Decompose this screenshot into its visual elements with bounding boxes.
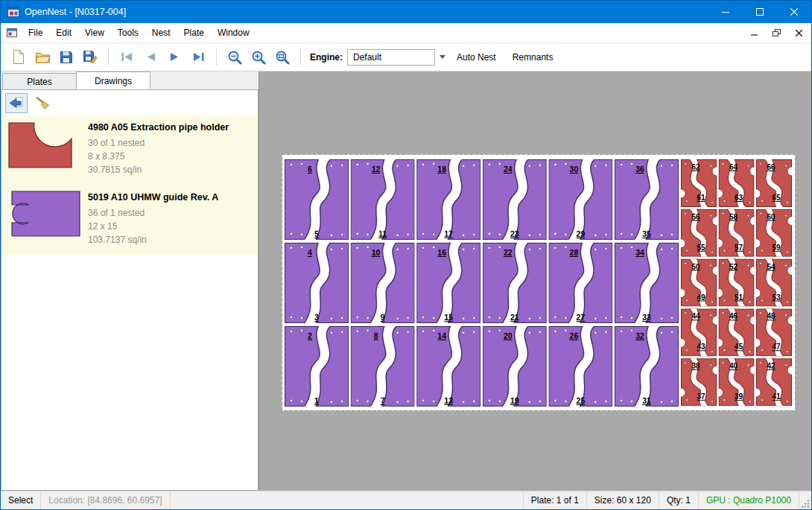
nested-part-pair-purple[interactable]: 2827	[549, 240, 612, 326]
nested-part-pair-red[interactable]: 4847	[752, 306, 796, 358]
nested-part-pair-red[interactable]: 4645	[714, 306, 759, 358]
maximize-button[interactable]	[743, 1, 777, 23]
nested-part-pair-red[interactable]: 4241	[752, 356, 796, 408]
open-folder-icon	[35, 51, 51, 64]
nest-plate[interactable]: 6512111817242330293635431091615222128273…	[282, 154, 796, 411]
svg-text:22: 22	[504, 248, 513, 257]
svg-text:38: 38	[691, 362, 700, 370]
drawing-title: 5019 A10 UHMW guide Rev. A	[88, 192, 218, 203]
svg-text:6: 6	[308, 165, 312, 173]
close-button[interactable]	[777, 1, 811, 23]
first-plate-button[interactable]	[115, 46, 139, 68]
nested-part-pair-red[interactable]: 5251	[714, 257, 759, 309]
svg-text:9: 9	[381, 313, 385, 322]
nested-part-pair-purple[interactable]: 1615	[417, 240, 480, 326]
svg-text:40: 40	[729, 362, 738, 370]
auto-nest-button[interactable]: Auto Nest	[448, 46, 504, 68]
nested-part-pair-red[interactable]: 6261	[676, 157, 721, 209]
part-thumbnail	[7, 121, 83, 176]
mdi-restore-button[interactable]	[768, 26, 784, 39]
svg-text:57: 57	[735, 243, 743, 252]
nested-part-pair-red[interactable]: 5655	[676, 207, 721, 259]
nested-part-pair-purple[interactable]: 3231	[615, 323, 679, 409]
svg-text:53: 53	[772, 293, 781, 302]
mdi-window-controls	[746, 26, 811, 39]
resize-grip[interactable]	[799, 491, 811, 509]
last-plate-button[interactable]	[186, 46, 210, 68]
zoom-fit-button[interactable]	[270, 46, 294, 68]
nested-part-pair-red[interactable]: 5857	[714, 207, 759, 259]
nested-part-pair-purple[interactable]: 65	[285, 156, 349, 243]
nested-part-pair-purple[interactable]: 2221	[483, 240, 546, 326]
nested-part-pair-purple[interactable]: 3433	[615, 240, 679, 326]
nested-part-pair-red[interactable]: 3837	[676, 356, 721, 408]
nest-canvas[interactable]: 6512111817242330293635431091615222128273…	[258, 71, 811, 491]
tab-plates[interactable]: Plates	[2, 73, 77, 89]
nested-part-pair-purple[interactable]: 3635	[615, 156, 679, 243]
status-spacer	[171, 491, 524, 509]
send-to-plate-button[interactable]	[5, 93, 28, 113]
nested-part-pair-purple[interactable]: 3029	[549, 156, 612, 243]
menu-nest[interactable]: Nest	[145, 23, 177, 42]
menu-plate[interactable]: Plate	[177, 23, 211, 42]
status-mode: Select	[1, 491, 41, 509]
engine-select[interactable]: Default	[347, 49, 435, 66]
nested-part-pair-red[interactable]: 6665	[752, 157, 796, 209]
menu-edit[interactable]: Edit	[49, 23, 78, 42]
drawing-list-item[interactable]: 4980 A05 Extraction pipe holder 30 of 1 …	[1, 115, 258, 185]
zoom-out-button[interactable]	[223, 46, 247, 68]
main-toolbar: Engine: Default Auto Nest Remnants	[1, 43, 811, 71]
save-as-button[interactable]	[78, 46, 102, 68]
nested-part-pair-purple[interactable]: 1817	[417, 156, 480, 243]
part-thumbnail	[7, 191, 83, 246]
save-button[interactable]	[54, 46, 78, 68]
nested-part-pair-purple[interactable]: 109	[351, 240, 414, 326]
nested-part-pair-purple[interactable]: 2019	[483, 323, 546, 409]
nested-part-pair-purple[interactable]: 87	[351, 323, 414, 409]
drawings-panel: 4980 A05 Extraction pipe holder 30 of 1 …	[1, 89, 258, 491]
nested-part-pair-purple[interactable]: 1413	[417, 323, 480, 409]
maximize-icon	[756, 8, 764, 16]
drawing-list-item[interactable]: 5019 A10 UHMW guide Rev. A 36 of 1 neste…	[1, 185, 258, 255]
svg-text:35: 35	[642, 229, 651, 238]
nested-part-pair-red[interactable]: 5453	[752, 257, 796, 309]
svg-text:64: 64	[729, 163, 738, 171]
nested-part-pair-purple[interactable]: 21	[285, 323, 349, 409]
minimize-button[interactable]	[708, 1, 743, 23]
open-button[interactable]	[31, 46, 54, 68]
zoom-in-button[interactable]	[247, 46, 270, 68]
nested-part-pair-purple[interactable]: 1211	[351, 156, 414, 243]
nested-part-pair-purple[interactable]: 43	[285, 240, 349, 326]
document-window-icon[interactable]	[7, 28, 17, 37]
tab-drawings[interactable]: Drawings	[76, 71, 150, 89]
status-size: Size: 60 x 120	[587, 491, 659, 509]
nested-part-pair-red[interactable]: 4443	[676, 306, 721, 358]
nested-part-pair-red[interactable]: 5049	[676, 257, 721, 309]
mdi-minimize-button[interactable]	[746, 26, 762, 39]
nested-part-pair-purple[interactable]: 2625	[549, 323, 612, 409]
svg-text:47: 47	[772, 342, 781, 351]
remnants-button[interactable]: Remnants	[504, 46, 562, 68]
menu-window[interactable]: Window	[211, 23, 256, 42]
svg-text:59: 59	[772, 243, 781, 252]
svg-text:56: 56	[691, 213, 700, 221]
tab-strip: Plates Drawings	[1, 71, 258, 89]
zoom-out-icon	[227, 50, 242, 65]
new-button[interactable]	[7, 46, 31, 68]
engine-dropdown-button[interactable]	[437, 49, 448, 66]
drawing-area: 30.7815 sq/in	[88, 163, 229, 176]
nested-part-pair-red[interactable]: 4039	[714, 356, 759, 408]
mdi-close-button[interactable]	[790, 26, 807, 39]
svg-text:63: 63	[735, 194, 743, 202]
svg-text:28: 28	[570, 248, 579, 257]
nested-part-pair-purple[interactable]: 2423	[483, 156, 546, 243]
menu-tools[interactable]: Tools	[111, 23, 145, 42]
previous-plate-button[interactable]	[139, 46, 162, 68]
nested-part-pair-red[interactable]: 6463	[714, 157, 759, 209]
clear-button[interactable]	[31, 93, 54, 113]
nested-part-pair-red[interactable]: 6059	[752, 207, 796, 259]
next-plate-button[interactable]	[162, 46, 186, 68]
menu-file[interactable]: File	[22, 23, 49, 42]
nest-plate-drawing[interactable]: 6512111817242330293635431091615222128273…	[282, 154, 796, 411]
menu-view[interactable]: View	[78, 23, 111, 42]
